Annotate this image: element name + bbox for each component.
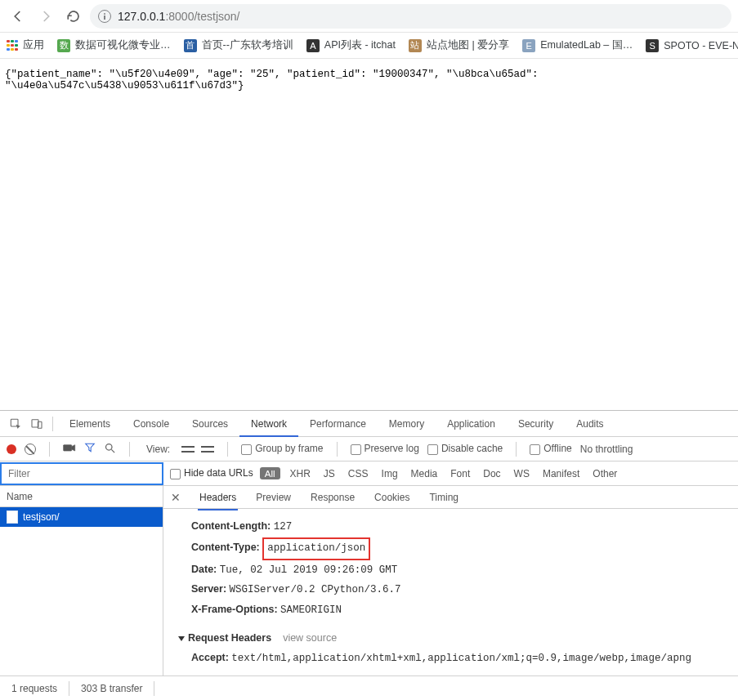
site-info-icon[interactable]: [98, 10, 111, 23]
svg-rect-3: [64, 445, 72, 451]
favicon: 数: [57, 39, 70, 52]
bookmark-item[interactable]: 数数据可视化微专业…: [57, 38, 171, 52]
hdr-val: 127: [274, 521, 293, 533]
apps-icon: [7, 40, 18, 51]
devtools-tab-console[interactable]: Console: [122, 411, 181, 436]
network-toolbar: View: Group by frame Preserve log Disabl…: [0, 437, 738, 461]
request-detail-pane: ✕ HeadersPreviewResponseCookiesTiming Co…: [163, 486, 738, 675]
hide-data-urls-checkbox[interactable]: Hide data URLs: [170, 467, 253, 479]
filter-type-ws[interactable]: WS: [511, 468, 533, 479]
detail-tab-timing[interactable]: Timing: [427, 489, 460, 506]
apps-button[interactable]: 应用: [7, 38, 44, 52]
request-headers-title: Request Headers: [188, 632, 271, 644]
close-icon[interactable]: ✕: [170, 492, 181, 503]
response-header-line: Server: WSGIServer/0.2 CPython/3.6.7: [178, 580, 723, 600]
devtools-tab-performance[interactable]: Performance: [298, 411, 378, 436]
browser-toolbar: 127.0.0.1:8000/testjson/: [0, 0, 738, 33]
filter-type-other[interactable]: Other: [589, 468, 620, 479]
disable-cache-checkbox[interactable]: Disable cache: [427, 443, 503, 454]
forward-button[interactable]: [34, 5, 57, 28]
filter-type-manifest[interactable]: Manifest: [539, 468, 583, 479]
detail-tab-preview[interactable]: Preview: [254, 489, 293, 506]
devtools-tab-audits[interactable]: Audits: [565, 411, 615, 436]
bookmark-item[interactable]: AAPI列表 - itchat: [306, 38, 396, 52]
response-header-line: Date: Tue, 02 Jul 2019 09:26:09 GMT: [178, 560, 723, 581]
filter-type-font[interactable]: Font: [447, 468, 473, 479]
hdr-key-accept: Accept:: [191, 652, 229, 663]
devtools-tab-network[interactable]: Network: [239, 411, 298, 436]
reload-button[interactable]: [62, 5, 85, 28]
svg-line-7: [111, 449, 114, 453]
devtools-tab-elements[interactable]: Elements: [58, 411, 122, 436]
filter-type-js[interactable]: JS: [320, 468, 338, 479]
filter-all-pill[interactable]: All: [260, 467, 280, 479]
svg-marker-5: [86, 444, 95, 451]
bookmark-item[interactable]: 首首页--广东软考培训: [184, 38, 293, 52]
address-bar[interactable]: 127.0.0.1:8000/testjson/: [90, 4, 731, 29]
bookmark-label: API列表 - itchat: [324, 38, 396, 52]
hdr-key: Server:: [191, 583, 226, 595]
bookmarks-bar: 应用 数数据可视化微专业…首首页--广东软考培训AAPI列表 - itchat站…: [0, 33, 738, 59]
offline-checkbox[interactable]: Offline: [530, 443, 571, 454]
view-modes[interactable]: [181, 444, 214, 454]
bookmark-item[interactable]: EEmulatedLab – 国…: [522, 38, 633, 52]
filter-type-media[interactable]: Media: [408, 468, 441, 479]
request-list: Name testjson/: [0, 486, 163, 675]
devtools-tab-sources[interactable]: Sources: [181, 411, 239, 436]
favicon: 站: [409, 39, 422, 52]
throttling-select[interactable]: No throttling: [580, 444, 633, 455]
detail-tab-cookies[interactable]: Cookies: [373, 489, 411, 506]
devtools-tab-security[interactable]: Security: [507, 411, 565, 436]
hdr-val: SAMEORIGIN: [280, 604, 342, 616]
search-icon[interactable]: [104, 442, 116, 457]
record-icon[interactable]: [7, 444, 16, 454]
hdr-val: Tue, 02 Jul 2019 09:26:09 GMT: [220, 564, 398, 576]
clear-icon[interactable]: [25, 444, 36, 455]
detail-tab-headers[interactable]: Headers: [198, 489, 238, 506]
hdr-key: Content-Length:: [191, 520, 271, 532]
chevron-down-icon[interactable]: [178, 636, 185, 641]
response-header-line: Content-Type: application/json: [178, 537, 723, 560]
inspect-element-icon[interactable]: [5, 413, 26, 435]
file-icon: [7, 511, 18, 524]
detail-tab-response[interactable]: Response: [309, 489, 356, 506]
preserve-log-checkbox[interactable]: Preserve log: [351, 443, 419, 454]
bookmark-label: 站点地图 | 爱分享: [427, 38, 509, 52]
screenshot-icon[interactable]: [63, 442, 76, 456]
bookmark-label: 数据可视化微专业…: [75, 38, 171, 52]
network-status-bar: 1 requests 303 B transfer: [0, 675, 738, 700]
request-name: testjson/: [23, 511, 60, 523]
hdr-key: Date:: [191, 564, 217, 575]
filter-type-css[interactable]: CSS: [345, 468, 372, 479]
bookmark-label: EmulatedLab – 国…: [540, 38, 633, 52]
hdr-val: WSGIServer/0.2 CPython/3.6.7: [230, 584, 401, 595]
hdr-val: application/json: [262, 537, 370, 560]
bookmark-item[interactable]: 站站点地图 | 爱分享: [409, 38, 509, 52]
request-row[interactable]: testjson/: [0, 507, 163, 527]
favicon: E: [522, 39, 535, 52]
group-by-frame-checkbox[interactable]: Group by frame: [241, 443, 323, 454]
network-split: Name testjson/ ✕ HeadersPreviewResponseC…: [0, 486, 738, 675]
devtools-main-tabs: ElementsConsoleSourcesNetworkPerformance…: [58, 411, 615, 436]
devtools-tab-application[interactable]: Application: [436, 411, 507, 436]
filter-type-xhr[interactable]: XHR: [287, 468, 314, 479]
favicon: S: [646, 39, 659, 52]
view-label: View:: [146, 444, 170, 455]
filter-icon[interactable]: [84, 442, 96, 456]
device-toolbar-icon[interactable]: [26, 413, 47, 435]
filter-type-doc[interactable]: Doc: [480, 468, 503, 479]
devtools-tab-memory[interactable]: Memory: [378, 411, 436, 436]
favicon: 首: [184, 39, 197, 52]
back-button[interactable]: [7, 5, 29, 28]
response-header-line: Content-Length: 127: [178, 517, 723, 537]
hdr-val-accept: text/html,application/xhtml+xml,applicat…: [231, 653, 691, 664]
devtools-top-bar: ElementsConsoleSourcesNetworkPerformance…: [0, 411, 738, 437]
view-source-link[interactable]: view source: [283, 629, 337, 649]
svg-point-6: [106, 444, 113, 450]
hdr-key: X-Frame-Options:: [191, 604, 278, 615]
url-text: 127.0.0.1:8000/testjson/: [118, 10, 239, 23]
detail-tabs: ✕ HeadersPreviewResponseCookiesTiming: [163, 486, 738, 509]
filter-input[interactable]: [0, 462, 163, 485]
bookmark-item[interactable]: SSPOTO - EVE-N: [646, 39, 738, 52]
filter-type-img[interactable]: Img: [378, 468, 401, 479]
